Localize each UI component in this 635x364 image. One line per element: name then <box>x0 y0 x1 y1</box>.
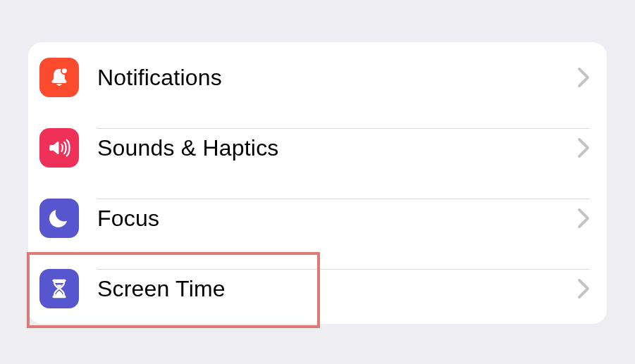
settings-row-sounds[interactable]: Sounds & Haptics <box>28 113 607 183</box>
chevron-right-icon <box>577 67 590 88</box>
settings-group: Notifications Sounds & Haptics <box>28 42 607 324</box>
svg-rect-2 <box>52 296 66 298</box>
settings-row-notifications[interactable]: Notifications <box>28 42 607 113</box>
settings-row-label: Screen Time <box>97 276 577 302</box>
chevron-right-icon <box>577 137 590 158</box>
hourglass-icon <box>39 269 79 308</box>
svg-rect-1 <box>52 280 66 282</box>
settings-row-label: Notifications <box>97 65 577 91</box>
speaker-icon <box>39 128 79 168</box>
settings-row-focus[interactable]: Focus <box>28 183 607 253</box>
settings-row-label: Sounds & Haptics <box>97 135 577 161</box>
chevron-right-icon <box>577 208 590 229</box>
svg-point-0 <box>61 68 68 74</box>
settings-row-label: Focus <box>97 206 577 232</box>
settings-row-screentime[interactable]: Screen Time <box>28 253 607 324</box>
moon-icon <box>39 199 79 238</box>
chevron-right-icon <box>577 278 590 299</box>
bell-badge-icon <box>39 58 79 97</box>
